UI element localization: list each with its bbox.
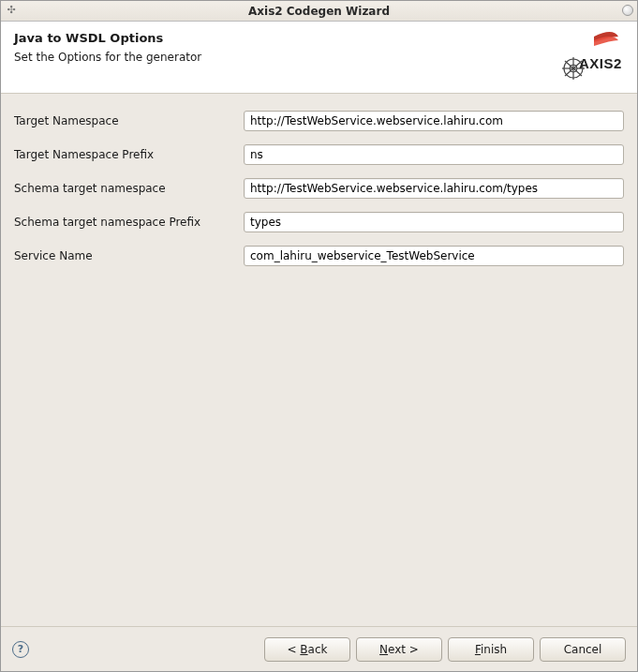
finish-button[interactable]: Finish bbox=[448, 637, 534, 662]
wizard-header: Java to WSDL Options Set the Options for… bbox=[1, 22, 637, 94]
wizard-window: ✣ Axis2 Codegen Wizard Java to WSDL Opti… bbox=[0, 0, 638, 672]
wizard-header-text: Java to WSDL Options Set the Options for… bbox=[14, 31, 556, 80]
cancel-button[interactable]: Cancel bbox=[540, 637, 626, 662]
service-name-input[interactable] bbox=[244, 246, 624, 266]
schema-target-namespace-prefix-input[interactable] bbox=[244, 212, 624, 232]
schema-target-namespace-prefix-label: Schema target namespace Prefix bbox=[14, 216, 244, 229]
next-button[interactable]: Next > bbox=[356, 637, 442, 662]
page-title: Java to WSDL Options bbox=[14, 31, 556, 45]
options-form: Target Namespace Target Namespace Prefix… bbox=[14, 111, 624, 266]
wizard-content: Target Namespace Target Namespace Prefix… bbox=[1, 94, 637, 626]
back-button[interactable]: < Back bbox=[264, 637, 350, 662]
svg-text:AXIS2: AXIS2 bbox=[579, 55, 622, 71]
schema-target-namespace-input[interactable] bbox=[244, 178, 624, 199]
axis2-logo-icon: AXIS2 bbox=[556, 31, 624, 80]
page-subtitle: Set the Options for the generator bbox=[14, 51, 556, 64]
help-icon[interactable]: ? bbox=[12, 641, 29, 658]
app-menu-icon[interactable]: ✣ bbox=[5, 4, 18, 17]
target-namespace-input[interactable] bbox=[244, 111, 624, 131]
target-namespace-label: Target Namespace bbox=[14, 114, 244, 127]
schema-target-namespace-label: Schema target namespace bbox=[14, 182, 244, 195]
service-name-label: Service Name bbox=[14, 249, 244, 262]
wizard-footer: ? < Back Next > Finish Cancel bbox=[1, 626, 637, 671]
target-namespace-prefix-input[interactable] bbox=[244, 144, 624, 165]
titlebar: ✣ Axis2 Codegen Wizard bbox=[1, 1, 637, 22]
window-control-icon[interactable] bbox=[622, 5, 633, 16]
target-namespace-prefix-label: Target Namespace Prefix bbox=[14, 148, 244, 161]
window-title: Axis2 Codegen Wizard bbox=[248, 5, 390, 18]
